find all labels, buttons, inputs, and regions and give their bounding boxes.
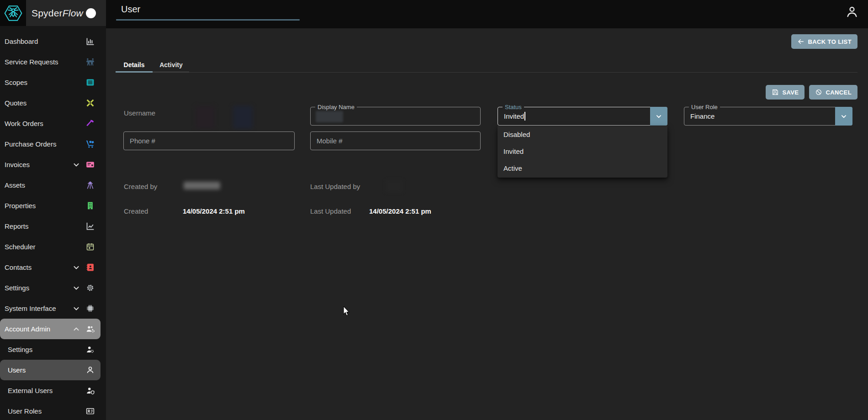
chip-icon <box>85 304 95 313</box>
chevron-down-icon <box>655 112 663 121</box>
save-button[interactable]: SAVE <box>766 85 804 100</box>
sidebar-nav: DashboardService RequestsScopesQuotesWor… <box>0 26 106 420</box>
content-panel: BACK TO LIST DetailsActivity SAVE CANCEL… <box>106 28 868 420</box>
sidebar-item-settings-2[interactable]: Settings <box>0 339 106 360</box>
sidebar-item-work-orders[interactable]: Work Orders <box>0 113 106 134</box>
status-field[interactable]: Status Invited <box>498 107 667 126</box>
username-redacted-value-2 <box>233 106 253 129</box>
tab-activity[interactable]: Activity <box>153 57 190 72</box>
sidebar-item-invoices[interactable]: Invoices <box>0 154 106 175</box>
status-dropdown-button[interactable] <box>650 107 667 126</box>
tabs-divider <box>116 72 857 73</box>
username-label: Username <box>124 109 155 117</box>
sidebar-item-dashboard[interactable]: Dashboard <box>0 31 106 52</box>
sidebar-item-label: Account Admin <box>5 325 72 333</box>
hammer-icon <box>85 119 95 128</box>
status-dropdown-menu: DisabledInvitedActive <box>498 126 667 178</box>
active-tab-indicator <box>116 71 153 73</box>
invoice-card-icon <box>85 160 95 169</box>
app-window: SpyderFlow DashboardService RequestsScop… <box>0 0 868 420</box>
sidebar-item-user-roles[interactable]: User Roles <box>0 401 106 420</box>
user-role-dropdown-button[interactable] <box>835 107 852 126</box>
save-label: SAVE <box>782 89 799 96</box>
mobile-input[interactable] <box>311 132 480 150</box>
sidebar-item-label: Purchase Orders <box>5 140 85 148</box>
sidebar-item-label: Work Orders <box>5 120 85 127</box>
tools-cross-icon <box>85 98 95 108</box>
sidebar-item-contacts[interactable]: Contacts <box>0 257 106 278</box>
sidebar-toggle-button[interactable] <box>86 8 96 18</box>
sidebar-item-reports[interactable]: Reports <box>0 216 106 236</box>
sidebar-item-purchase-orders[interactable]: Purchase Orders <box>0 134 106 154</box>
created-value: 14/05/2024 2:51 pm <box>183 207 245 215</box>
page-title: User <box>121 4 140 15</box>
chevron-up-icon <box>72 325 81 334</box>
dolly-icon <box>85 139 95 149</box>
tab-details[interactable]: Details <box>116 57 153 72</box>
status-option-invited[interactable]: Invited <box>498 143 667 160</box>
cancel-button[interactable]: CANCEL <box>809 85 857 100</box>
sidebar-item-users[interactable]: Users <box>0 360 101 380</box>
sidebar-item-settings[interactable]: Settings <box>0 278 106 298</box>
form-actions: SAVE CANCEL <box>766 85 857 100</box>
bar-chart-icon <box>85 37 95 46</box>
back-to-list-button[interactable]: BACK TO LIST <box>791 34 857 49</box>
list-box-icon <box>85 78 95 87</box>
phone-field-wrapper <box>123 131 295 150</box>
status-value: Invited <box>504 112 524 120</box>
user-shield-icon <box>85 386 95 395</box>
top-bar: User <box>106 0 868 28</box>
phone-input[interactable] <box>124 132 294 150</box>
sidebar-item-label: Reports <box>5 222 85 230</box>
sidebar-item-quotes[interactable]: Quotes <box>0 93 106 113</box>
people-carry-icon <box>85 57 95 67</box>
mouse-cursor <box>343 306 350 316</box>
sidebar-item-service-requests[interactable]: Service Requests <box>0 52 106 72</box>
last-updated-label: Last Updated <box>310 207 351 215</box>
ban-icon <box>815 89 822 96</box>
created-by-label: Created by <box>124 183 157 190</box>
address-book-icon <box>85 262 95 272</box>
sidebar-item-label: Quotes <box>5 99 85 107</box>
sidebar-item-assets[interactable]: Assets <box>0 175 106 195</box>
sidebar-item-scopes[interactable]: Scopes <box>0 72 106 93</box>
display-name-field-label: Display Name <box>315 103 357 111</box>
calendar-icon <box>85 242 95 252</box>
user-role-field[interactable]: User Role Finance <box>684 107 852 126</box>
sidebar-item-properties[interactable]: Properties <box>0 195 106 216</box>
sidebar-item-label: Users <box>8 366 85 374</box>
last-updated-by-redacted-value <box>386 180 403 193</box>
sidebar-item-label: External Users <box>8 387 85 394</box>
sidebar-item-label: Assets <box>5 181 85 189</box>
username-redacted-value <box>196 106 215 129</box>
text-caret <box>524 112 525 121</box>
sidebar-item-label: Scopes <box>5 79 85 86</box>
display-name-redacted-value <box>316 111 343 122</box>
cancel-label: CANCEL <box>826 89 852 96</box>
user-role-value: Finance <box>690 112 715 120</box>
sidebar-item-label: Contacts <box>5 263 72 271</box>
floppy-disk-icon <box>772 89 779 96</box>
sidebar-item-label: Settings <box>5 284 72 292</box>
account-button[interactable] <box>845 5 859 19</box>
sidebar-item-external-users[interactable]: External Users <box>0 380 106 401</box>
tab-bar: DetailsActivity <box>116 57 190 72</box>
building-icon <box>85 201 95 210</box>
sidebar-item-label: System Interface <box>5 304 72 312</box>
back-to-list-label: BACK TO LIST <box>808 38 852 45</box>
status-option-active[interactable]: Active <box>498 160 667 177</box>
status-option-disabled[interactable]: Disabled <box>498 126 667 143</box>
sidebar-item-system-interface[interactable]: System Interface <box>0 298 106 319</box>
chevron-down-icon <box>72 304 81 313</box>
spider-hexagon-icon <box>4 4 23 23</box>
user-gear-icon <box>85 345 95 354</box>
user-icon <box>85 365 95 375</box>
sidebar-item-label: Properties <box>5 202 85 210</box>
sidebar-item-scheduler[interactable]: Scheduler <box>0 236 106 257</box>
chevron-down-icon <box>840 112 848 121</box>
sidebar-item-label: User Roles <box>8 407 85 415</box>
brand-name-regular: Spyder <box>32 8 63 18</box>
tower-icon <box>85 180 95 190</box>
sidebar-item-label: Service Requests <box>5 58 85 66</box>
sidebar-item-account-admin[interactable]: Account Admin <box>0 319 101 339</box>
